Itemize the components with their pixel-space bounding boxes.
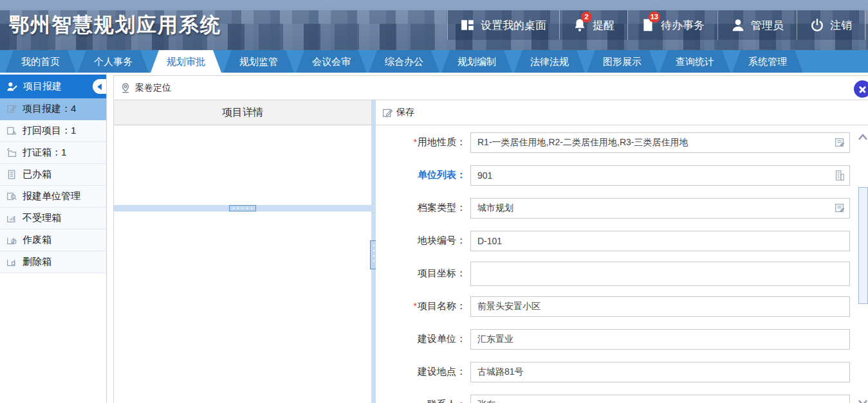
scroll-up-icon[interactable] xyxy=(857,132,868,143)
edit-note-icon[interactable] xyxy=(834,137,845,148)
contact-person-input[interactable] xyxy=(470,395,850,403)
field-label: 地块编号： xyxy=(376,235,466,247)
field-label: 项目坐标： xyxy=(376,267,466,280)
sidebar-item-unit-management[interactable]: 报建单位管理 xyxy=(0,186,106,208)
locate-case-button[interactable]: 案卷定位 xyxy=(135,82,171,94)
tab-planning-supervision[interactable]: 规划监管 xyxy=(223,50,294,73)
app-root: 鄂州智慧规划应用系统 设置我的桌面 2 提醒 13 待办事 xyxy=(0,0,868,403)
content-region: 案卷定位 项目详情 保存 *用地性质： xyxy=(113,75,868,403)
logout-button[interactable]: 注销 xyxy=(797,10,865,40)
todo-label: 待办事务 xyxy=(661,18,705,33)
sidebar-item-rejected-box[interactable]: 不受理箱 xyxy=(0,208,106,229)
doc-search-icon xyxy=(6,191,17,202)
horizontal-splitter-handle[interactable] xyxy=(229,205,256,211)
admin-label: 管理员 xyxy=(751,18,784,33)
project-name-input[interactable] xyxy=(470,296,850,317)
tab-laws-regulations[interactable]: 法律法规 xyxy=(514,50,585,73)
archive-type-input[interactable] xyxy=(470,198,850,219)
save-button[interactable]: 保存 xyxy=(382,107,414,118)
sidebar-item-label: 项目报建：4 xyxy=(23,103,76,115)
field-row-construction-unit: 建设单位： xyxy=(376,323,868,355)
tab-my-home[interactable]: 我的首页 xyxy=(5,50,76,73)
sidebar-items: 项目报建：4 打回项目：1 打证箱：1 已办箱 报建单位管理 不受理箱 xyxy=(0,98,106,273)
tab-personal-affairs[interactable]: 个人事务 xyxy=(78,50,149,73)
doc-lines-icon xyxy=(6,169,17,180)
field-row-archive-type: 档案类型： xyxy=(376,192,868,224)
sidebar-item-deleted-box[interactable]: 删除箱 xyxy=(0,251,106,273)
map-pin-icon xyxy=(120,83,131,93)
field-label: *用地性质： xyxy=(376,136,466,148)
tab-planning-compilation[interactable]: 规划编制 xyxy=(441,50,512,73)
tab-system-management[interactable]: 系统管理 xyxy=(732,50,803,73)
scroll-down-icon[interactable] xyxy=(857,397,868,403)
reminder-badge: 2 xyxy=(581,12,592,22)
tasks-icon: 13 xyxy=(641,18,655,32)
close-icon[interactable] xyxy=(854,80,868,98)
desktop-grid-icon xyxy=(461,18,475,32)
person-pencil-icon xyxy=(6,81,18,93)
form-rows: *用地性质： 单位列表： xyxy=(376,126,868,403)
tab-planning-approval[interactable]: 规划审批 xyxy=(151,50,221,73)
form-toolbar: 保存 xyxy=(376,100,868,125)
construction-unit-input[interactable] xyxy=(470,329,850,350)
project-form-panel: 保存 *用地性质： 单位列表： xyxy=(376,100,868,403)
building-icon[interactable] xyxy=(834,170,845,181)
vertical-splitter[interactable] xyxy=(371,100,376,403)
unit-list-input[interactable] xyxy=(470,165,850,186)
project-coordinates-input[interactable] xyxy=(470,262,850,286)
set-desktop-button[interactable]: 设置我的桌面 xyxy=(447,10,559,40)
sidebar-group-project-submission[interactable]: 项目报建 xyxy=(0,75,106,98)
reminder-label: 提醒 xyxy=(593,18,614,33)
logout-label: 注销 xyxy=(830,18,852,33)
required-asterisk: * xyxy=(414,301,417,311)
sidebar-item-voided-box[interactable]: 作废箱 xyxy=(0,229,106,251)
required-asterisk: * xyxy=(414,137,417,147)
sidebar-collapse-button[interactable] xyxy=(93,79,106,94)
admin-button[interactable]: 管理员 xyxy=(717,10,797,40)
field-label: 档案类型： xyxy=(376,202,466,214)
project-detail-panel: 项目详情 xyxy=(114,100,371,403)
sidebar-item-label: 打回项目：1 xyxy=(23,125,76,137)
todo-button[interactable]: 13 待办事务 xyxy=(627,10,717,40)
sidebar-item-project-submission[interactable]: 项目报建：4 xyxy=(0,98,106,120)
construction-site-input[interactable] xyxy=(470,362,850,382)
field-row-contact-person: 联系人： xyxy=(376,388,868,403)
field-label: *项目名称： xyxy=(376,300,466,312)
collapse-arrow-icon xyxy=(97,84,102,90)
sidebar-item-label: 不受理箱 xyxy=(23,212,61,224)
edit-note-icon[interactable] xyxy=(834,202,845,214)
app-title: 鄂州智慧规划应用系统 xyxy=(9,12,221,39)
tab-meeting-review[interactable]: 会议会审 xyxy=(296,50,367,73)
field-row-project-coordinates: 项目坐标： xyxy=(376,257,868,290)
sidebar-item-done-box[interactable]: 已办箱 xyxy=(0,164,106,186)
sidebar-item-label: 报建单位管理 xyxy=(23,190,80,202)
doc-pencil-icon xyxy=(6,103,17,114)
tab-graphic-display[interactable]: 图形展示 xyxy=(587,50,658,73)
tab-general-office[interactable]: 综合办公 xyxy=(369,50,439,73)
form-scrollbar xyxy=(857,100,868,403)
scrollbar-thumb[interactable] xyxy=(858,187,868,304)
sidebar: 项目报建 项目报建：4 打回项目：1 打证箱：1 已办箱 报建单位管理 xyxy=(0,73,107,403)
app-header: 鄂州智慧规划应用系统 设置我的桌面 2 提醒 13 待办事 xyxy=(0,0,868,50)
main-nav: 我的首页 个人事务 规划审批 规划监管 会议会审 综合办公 规划编制 法律法规 … xyxy=(0,50,868,73)
sidebar-item-returned-projects[interactable]: 打回项目：1 xyxy=(0,120,106,142)
save-button-label: 保存 xyxy=(396,107,414,118)
unit-list-link[interactable]: 单位列表： xyxy=(376,169,466,181)
set-desktop-label: 设置我的桌面 xyxy=(481,18,546,33)
edit-pencil-icon xyxy=(382,107,393,118)
box-chart-icon xyxy=(6,213,17,224)
field-row-unit-list: 单位列表： xyxy=(376,159,868,192)
header-actions: 设置我的桌面 2 提醒 13 待办事务 管理员 xyxy=(447,10,865,40)
tab-query-statistics[interactable]: 查询统计 xyxy=(660,50,730,73)
sidebar-group-title: 项目报建 xyxy=(23,80,62,93)
horizontal-splitter[interactable] xyxy=(114,205,371,211)
land-use-input[interactable] xyxy=(470,132,850,153)
field-row-land-use: *用地性质： xyxy=(376,126,868,159)
project-detail-title: 项目详情 xyxy=(114,100,371,125)
plot-number-input[interactable] xyxy=(470,231,850,251)
reminder-button[interactable]: 2 提醒 xyxy=(559,10,627,40)
sidebar-item-certificate-box[interactable]: 打证箱：1 xyxy=(0,142,106,164)
todo-badge: 13 xyxy=(649,12,660,22)
box-cancel-icon xyxy=(6,235,17,246)
user-icon xyxy=(731,18,745,32)
